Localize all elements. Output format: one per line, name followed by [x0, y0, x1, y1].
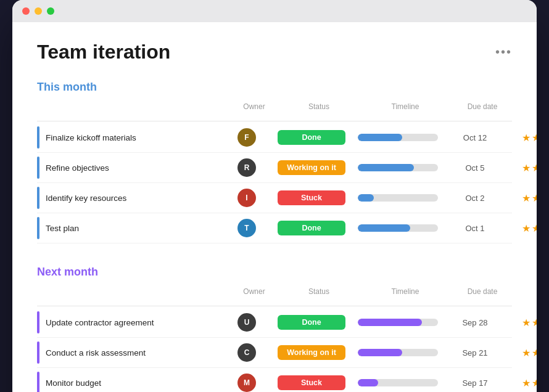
- status-badge: Done: [278, 221, 345, 235]
- task-name-cell: Identify key resources: [37, 187, 222, 209]
- star-icon: ★: [522, 347, 530, 359]
- owner-cell: C: [222, 343, 271, 362]
- priority-cell: ★★★★★: [506, 132, 537, 144]
- task-name-cell: Monitor budget: [37, 372, 222, 392]
- task-name-cell: Conduct a risk assessment: [37, 341, 222, 364]
- status-cell: Stuck: [271, 190, 352, 205]
- avatar: U: [237, 313, 256, 332]
- owner-cell: F: [222, 128, 271, 147]
- status-badge: Working on it: [278, 160, 345, 175]
- avatar: I: [237, 189, 256, 207]
- avatar: R: [237, 158, 256, 177]
- timeline-bar: [358, 194, 438, 202]
- section-header-row: Next month: [37, 266, 512, 279]
- timeline-bar: [358, 164, 438, 171]
- star-icon: ★: [522, 377, 530, 389]
- avatar: F: [237, 128, 256, 147]
- maximize-dot[interactable]: [47, 7, 54, 15]
- star-icon: ★: [532, 347, 537, 359]
- status-cell: Done: [271, 221, 352, 235]
- priority-cell: ★★★★★: [506, 192, 537, 204]
- table-column-header: OwnerStatusTimelineDue datePriority+: [37, 100, 512, 121]
- priority-cell: ★★★★★: [506, 347, 537, 359]
- col-due-date: Due date: [452, 102, 513, 118]
- task-name: Conduct a risk assessment: [46, 348, 146, 357]
- status-cell: Stuck: [271, 375, 352, 390]
- status-badge: Done: [278, 130, 345, 145]
- timeline-fill: [358, 164, 414, 171]
- task-name-cell: Refine objectives: [37, 157, 222, 179]
- section-title: Next month: [37, 266, 98, 279]
- timeline-cell: [352, 134, 444, 141]
- star-icon: ★: [522, 162, 530, 174]
- star-icon: ★: [522, 317, 530, 329]
- table-row: Finalize kickoff materials F Done Oct 12…: [37, 123, 512, 153]
- table-column-header: OwnerStatusTimelineDue datePriority+: [37, 285, 512, 306]
- task-name: Test plan: [46, 224, 79, 233]
- task-name: Monitor budget: [46, 378, 101, 388]
- due-date: Oct 12: [444, 133, 506, 142]
- titlebar: [12, 0, 537, 22]
- task-name: Refine objectives: [46, 163, 109, 173]
- more-options-button[interactable]: •••: [495, 45, 512, 59]
- page-header: Team iteration •••: [37, 41, 512, 63]
- status-badge: Stuck: [278, 375, 345, 390]
- star-icon: ★: [532, 192, 537, 204]
- minimize-dot[interactable]: [35, 7, 42, 15]
- star-icon: ★: [532, 162, 537, 174]
- status-badge: Done: [278, 315, 345, 330]
- close-dot[interactable]: [22, 7, 30, 15]
- star-icon: ★: [532, 317, 537, 329]
- page-title: Team iteration: [37, 41, 170, 63]
- timeline-cell: [352, 194, 444, 202]
- table-row: Identify key resources I Stuck Oct 2 ★★★…: [37, 183, 512, 213]
- task-name-cell: Finalize kickoff materials: [37, 126, 222, 149]
- table-row: Refine objectives R Working on it Oct 5 …: [37, 153, 512, 183]
- timeline-fill: [358, 224, 410, 232]
- timeline-bar: [358, 224, 438, 232]
- timeline-fill: [358, 134, 402, 141]
- status-cell: Working on it: [271, 160, 352, 175]
- priority-cell: ★★★★★: [506, 223, 537, 234]
- status-cell: Done: [271, 130, 352, 145]
- task-border: [37, 311, 39, 333]
- section-this-month: This monthOwnerStatusTimelineDue datePri…: [37, 81, 512, 243]
- priority-cell: ★★★★★: [506, 162, 537, 174]
- main-content: Team iteration ••• This monthOwnerStatus…: [12, 22, 537, 392]
- due-date: Oct 1: [444, 224, 506, 233]
- star-icon: ★: [522, 132, 530, 144]
- col-status: Status: [279, 102, 359, 118]
- task-border: [37, 187, 39, 209]
- task-border: [37, 217, 39, 239]
- timeline-fill: [358, 194, 374, 202]
- timeline-cell: [352, 349, 444, 356]
- timeline-cell: [352, 224, 444, 232]
- due-date: Sep 28: [444, 318, 506, 327]
- task-border: [37, 157, 39, 179]
- task-border: [37, 341, 39, 364]
- due-date: Sep 21: [444, 348, 506, 357]
- section-title: This month: [37, 81, 97, 94]
- status-badge: Working on it: [278, 345, 345, 360]
- col-due-date: Due date: [452, 287, 513, 303]
- star-icon: ★: [532, 132, 537, 144]
- timeline-bar: [358, 349, 438, 356]
- star-icon: ★: [522, 223, 530, 234]
- status-badge: Stuck: [278, 190, 345, 205]
- timeline-cell: [352, 379, 444, 386]
- priority-cell: ★★★★★: [506, 317, 537, 329]
- timeline-fill: [358, 319, 422, 326]
- col-owner: Owner: [229, 102, 279, 118]
- table-row: Update contractor agreement U Done Sep 2…: [37, 308, 512, 338]
- owner-cell: R: [222, 158, 271, 177]
- timeline-fill: [358, 349, 402, 356]
- task-name: Update contractor agreement: [46, 318, 154, 327]
- section-header-row: This month: [37, 81, 512, 94]
- avatar: M: [237, 374, 256, 392]
- avatar: T: [237, 219, 256, 237]
- table-row: Monitor budget M Stuck Sep 17 ★★★★★: [37, 368, 512, 392]
- col-task: [44, 102, 229, 118]
- table-row: Conduct a risk assessment C Working on i…: [37, 338, 512, 368]
- section-next-month: Next monthOwnerStatusTimelineDue datePri…: [37, 266, 512, 392]
- sections-container: This monthOwnerStatusTimelineDue datePri…: [37, 81, 512, 392]
